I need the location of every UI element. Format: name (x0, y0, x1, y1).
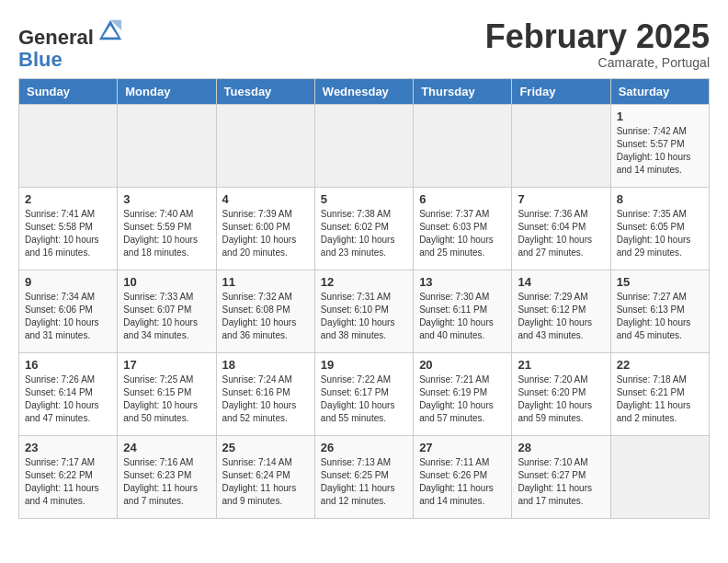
day-cell: 4Sunrise: 7:39 AM Sunset: 6:00 PM Daylig… (216, 188, 314, 270)
day-info: Sunrise: 7:38 AM Sunset: 6:02 PM Dayligh… (321, 208, 407, 259)
day-info: Sunrise: 7:14 AM Sunset: 6:24 PM Dayligh… (222, 456, 309, 508)
day-info: Sunrise: 7:35 AM Sunset: 6:05 PM Dayligh… (617, 208, 703, 259)
week-row-4: 16Sunrise: 7:26 AM Sunset: 6:14 PM Dayli… (19, 353, 710, 436)
day-number: 15 (617, 275, 703, 289)
day-cell: 27Sunrise: 7:11 AM Sunset: 6:26 PM Dayli… (414, 436, 512, 519)
day-info: Sunrise: 7:25 AM Sunset: 6:15 PM Dayligh… (123, 373, 210, 425)
day-cell: 16Sunrise: 7:26 AM Sunset: 6:14 PM Dayli… (19, 353, 118, 436)
header-saturday: Saturday (610, 79, 709, 105)
day-info: Sunrise: 7:22 AM Sunset: 6:17 PM Dayligh… (321, 373, 407, 425)
day-cell: 11Sunrise: 7:32 AM Sunset: 6:08 PM Dayli… (216, 270, 314, 353)
day-number: 14 (518, 275, 604, 289)
day-number: 2 (25, 192, 111, 206)
calendar-table: SundayMondayTuesdayWednesdayThursdayFrid… (18, 78, 710, 519)
day-cell: 8Sunrise: 7:35 AM Sunset: 6:05 PM Daylig… (610, 188, 709, 270)
day-info: Sunrise: 7:20 AM Sunset: 6:20 PM Dayligh… (518, 373, 604, 425)
day-cell: 2Sunrise: 7:41 AM Sunset: 5:58 PM Daylig… (19, 188, 118, 270)
day-info: Sunrise: 7:10 AM Sunset: 6:27 PM Dayligh… (518, 456, 604, 508)
day-info: Sunrise: 7:34 AM Sunset: 6:06 PM Dayligh… (25, 291, 111, 342)
day-info: Sunrise: 7:37 AM Sunset: 6:03 PM Dayligh… (419, 208, 506, 259)
day-cell: 1Sunrise: 7:42 AM Sunset: 5:57 PM Daylig… (610, 105, 709, 188)
day-cell: 13Sunrise: 7:30 AM Sunset: 6:11 PM Dayli… (414, 270, 512, 353)
day-number: 8 (617, 192, 703, 206)
day-cell (216, 105, 314, 188)
day-number: 20 (419, 358, 506, 372)
day-number: 27 (419, 441, 506, 454)
day-number: 13 (419, 275, 506, 289)
day-info: Sunrise: 7:27 AM Sunset: 6:13 PM Dayligh… (617, 291, 703, 342)
day-number: 7 (518, 192, 604, 206)
day-cell: 3Sunrise: 7:40 AM Sunset: 5:59 PM Daylig… (118, 188, 216, 270)
day-cell: 21Sunrise: 7:20 AM Sunset: 6:20 PM Dayli… (512, 353, 610, 436)
day-cell: 10Sunrise: 7:33 AM Sunset: 6:07 PM Dayli… (118, 270, 216, 353)
day-cell: 7Sunrise: 7:36 AM Sunset: 6:04 PM Daylig… (512, 188, 610, 270)
logo-general: General (18, 26, 94, 49)
day-cell (610, 436, 709, 519)
location-subtitle: Camarate, Portugal (485, 55, 710, 70)
day-number: 25 (222, 441, 309, 454)
day-info: Sunrise: 7:30 AM Sunset: 6:11 PM Dayligh… (419, 291, 506, 342)
day-cell: 19Sunrise: 7:22 AM Sunset: 6:17 PM Dayli… (314, 353, 413, 436)
day-number: 3 (123, 192, 210, 206)
day-number: 5 (321, 192, 407, 206)
day-cell: 15Sunrise: 7:27 AM Sunset: 6:13 PM Dayli… (610, 270, 709, 353)
title-area: February 2025 Camarate, Portugal (485, 18, 710, 70)
logo-icon (97, 18, 123, 44)
day-info: Sunrise: 7:13 AM Sunset: 6:25 PM Dayligh… (321, 456, 407, 508)
day-info: Sunrise: 7:18 AM Sunset: 6:21 PM Dayligh… (617, 373, 703, 425)
week-row-2: 2Sunrise: 7:41 AM Sunset: 5:58 PM Daylig… (19, 188, 710, 270)
day-cell: 6Sunrise: 7:37 AM Sunset: 6:03 PM Daylig… (414, 188, 512, 270)
header-sunday: Sunday (19, 79, 118, 105)
day-cell (512, 105, 610, 188)
day-cell: 14Sunrise: 7:29 AM Sunset: 6:12 PM Dayli… (512, 270, 610, 353)
week-row-5: 23Sunrise: 7:17 AM Sunset: 6:22 PM Dayli… (19, 436, 710, 519)
day-cell (19, 105, 118, 188)
day-cell: 23Sunrise: 7:17 AM Sunset: 6:22 PM Dayli… (19, 436, 118, 519)
day-number: 4 (222, 192, 309, 206)
header-friday: Friday (512, 79, 610, 105)
day-cell: 12Sunrise: 7:31 AM Sunset: 6:10 PM Dayli… (314, 270, 413, 353)
day-number: 6 (419, 192, 506, 206)
day-info: Sunrise: 7:36 AM Sunset: 6:04 PM Dayligh… (518, 208, 604, 259)
day-info: Sunrise: 7:33 AM Sunset: 6:07 PM Dayligh… (123, 291, 210, 342)
day-cell: 5Sunrise: 7:38 AM Sunset: 6:02 PM Daylig… (314, 188, 413, 270)
day-number: 24 (123, 441, 210, 454)
day-number: 23 (25, 441, 111, 454)
day-cell (118, 105, 216, 188)
day-info: Sunrise: 7:39 AM Sunset: 6:00 PM Dayligh… (222, 208, 309, 259)
day-number: 17 (123, 358, 210, 372)
day-info: Sunrise: 7:17 AM Sunset: 6:22 PM Dayligh… (25, 456, 111, 508)
day-number: 9 (25, 275, 111, 289)
day-cell: 28Sunrise: 7:10 AM Sunset: 6:27 PM Dayli… (512, 436, 610, 519)
day-info: Sunrise: 7:26 AM Sunset: 6:14 PM Dayligh… (25, 373, 111, 425)
day-info: Sunrise: 7:32 AM Sunset: 6:08 PM Dayligh… (222, 291, 309, 342)
day-number: 28 (518, 441, 604, 454)
day-cell: 26Sunrise: 7:13 AM Sunset: 6:25 PM Dayli… (314, 436, 413, 519)
day-number: 10 (123, 275, 210, 289)
day-number: 1 (617, 109, 703, 123)
day-cell: 17Sunrise: 7:25 AM Sunset: 6:15 PM Dayli… (118, 353, 216, 436)
day-cell: 25Sunrise: 7:14 AM Sunset: 6:24 PM Dayli… (216, 436, 314, 519)
day-info: Sunrise: 7:24 AM Sunset: 6:16 PM Dayligh… (222, 373, 309, 425)
day-info: Sunrise: 7:21 AM Sunset: 6:19 PM Dayligh… (419, 373, 506, 425)
day-number: 18 (222, 358, 309, 372)
day-info: Sunrise: 7:11 AM Sunset: 6:26 PM Dayligh… (419, 456, 506, 508)
day-cell: 9Sunrise: 7:34 AM Sunset: 6:06 PM Daylig… (19, 270, 118, 353)
header-thursday: Thursday (414, 79, 512, 105)
day-number: 26 (321, 441, 407, 454)
day-number: 22 (617, 358, 703, 372)
logo-blue: Blue (18, 48, 63, 71)
day-info: Sunrise: 7:16 AM Sunset: 6:23 PM Dayligh… (123, 456, 210, 508)
logo: General Blue (18, 18, 123, 71)
day-cell: 18Sunrise: 7:24 AM Sunset: 6:16 PM Dayli… (216, 353, 314, 436)
day-number: 21 (518, 358, 604, 372)
week-row-1: 1Sunrise: 7:42 AM Sunset: 5:57 PM Daylig… (19, 105, 710, 188)
header-monday: Monday (118, 79, 216, 105)
day-cell: 24Sunrise: 7:16 AM Sunset: 6:23 PM Dayli… (118, 436, 216, 519)
day-info: Sunrise: 7:41 AM Sunset: 5:58 PM Dayligh… (25, 208, 111, 259)
day-cell (414, 105, 512, 188)
day-cell (314, 105, 413, 188)
day-info: Sunrise: 7:42 AM Sunset: 5:57 PM Dayligh… (617, 125, 703, 177)
month-title: February 2025 (485, 18, 710, 55)
day-info: Sunrise: 7:29 AM Sunset: 6:12 PM Dayligh… (518, 291, 604, 342)
